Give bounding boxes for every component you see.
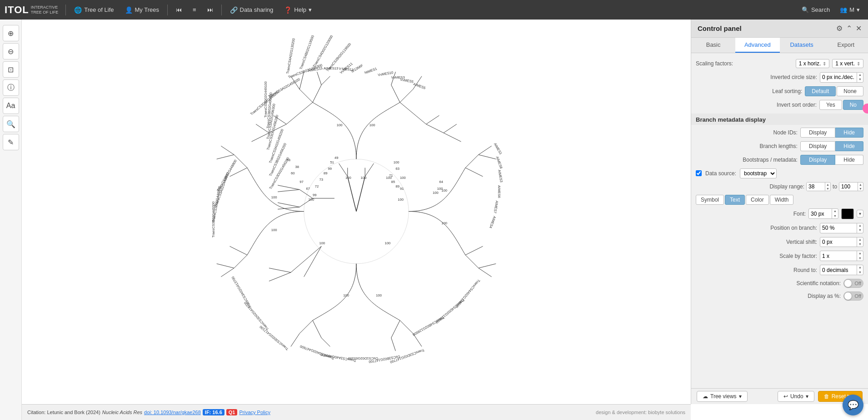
font-color-arrow[interactable]: ▾: [857, 210, 863, 217]
tree-svg: TraesCS4A02G130200 TraesCS4B02G119500 Tr…: [22, 20, 691, 404]
font-field[interactable]: [809, 210, 832, 218]
citation-privacy[interactable]: Privacy Policy: [239, 410, 270, 415]
cp-close-icon[interactable]: ✕: [856, 24, 862, 33]
scaling-vert-input[interactable]: 1 x vert. ⇕: [832, 59, 863, 68]
inverted-circle-up[interactable]: ▲: [857, 73, 863, 77]
data-source-checkbox[interactable]: [696, 170, 702, 176]
vertical-shift-field[interactable]: [820, 238, 857, 246]
round-to-input[interactable]: ▲ ▼: [820, 265, 863, 275]
range-from-down[interactable]: ▼: [825, 187, 830, 191]
sub-tab-color[interactable]: Color: [746, 195, 769, 205]
range-to-up[interactable]: ▲: [858, 183, 863, 187]
range-to-input[interactable]: ▲ ▼: [839, 182, 863, 191]
scale-factor-arrows[interactable]: ▲ ▼: [857, 251, 863, 261]
citation-doi[interactable]: doi: 10.1093/nar/gkae268: [144, 410, 201, 415]
undo-button[interactable]: ↩ Undo ▾: [778, 391, 814, 402]
tab-datasets[interactable]: Datasets: [780, 38, 824, 53]
bootstraps-display[interactable]: Display: [800, 155, 835, 165]
nav-tree-of-life[interactable]: 🌐 Tree of Life: [70, 5, 118, 15]
nav-user[interactable]: 👥 M ▾: [836, 5, 863, 15]
sub-tab-width[interactable]: Width: [770, 195, 794, 205]
vertical-shift-arrows[interactable]: ▲ ▼: [857, 237, 863, 247]
branch-lengths-hide[interactable]: Hide: [835, 141, 863, 151]
nav-list-button[interactable]: ≡: [188, 5, 201, 15]
vertical-shift-input[interactable]: ▲ ▼: [820, 237, 863, 247]
display-percent-track[interactable]: Off: [843, 292, 863, 301]
help-dropdown-icon: ▾: [309, 6, 312, 13]
nav-last-button[interactable]: ⏭: [203, 5, 218, 15]
node-ids-display[interactable]: Display: [800, 128, 835, 138]
range-from-field[interactable]: [807, 183, 825, 191]
scale-factor-down[interactable]: ▼: [857, 256, 863, 261]
tree-views-icon: ☁: [703, 393, 708, 400]
scaling-horiz-input[interactable]: 1 x horiz. ⇕: [796, 59, 830, 68]
round-to-down[interactable]: ▼: [857, 270, 863, 275]
nav-data-sharing[interactable]: 🔗 Data sharing: [225, 5, 278, 15]
search-tree-button[interactable]: 🔍: [3, 116, 19, 132]
range-from-arrows[interactable]: ▲ ▼: [825, 183, 830, 191]
scale-factor-input[interactable]: ▲ ▼: [820, 251, 863, 261]
round-to-arrows[interactable]: ▲ ▼: [857, 265, 863, 275]
invert-sort-no[interactable]: No: [843, 100, 863, 110]
nav-first-button[interactable]: ⏮: [171, 5, 186, 15]
leaf-sorting-none[interactable]: None: [837, 86, 863, 96]
display-percent-toggle[interactable]: Off: [843, 292, 863, 301]
nav-help[interactable]: ❓ Help ▾: [279, 5, 316, 15]
invert-sort-yes[interactable]: Yes: [819, 100, 842, 110]
range-to-arrows[interactable]: ▲ ▼: [858, 183, 863, 191]
cp-settings-icon[interactable]: ⚙: [836, 24, 843, 33]
tab-export[interactable]: Export: [824, 38, 868, 53]
chat-bubble[interactable]: 💬: [843, 395, 863, 415]
position-up[interactable]: ▲: [857, 223, 863, 228]
font-color-swatch[interactable]: [841, 208, 854, 219]
font-up[interactable]: ▲: [832, 209, 838, 213]
vertical-shift-up[interactable]: ▲: [857, 237, 863, 242]
edit-button[interactable]: ✎: [3, 134, 19, 150]
inverted-circle-down[interactable]: ▼: [857, 77, 863, 82]
tree-views-button[interactable]: ☁ Tree views ▾: [697, 391, 748, 402]
position-arrows[interactable]: ▲ ▼: [857, 223, 863, 233]
range-to-down[interactable]: ▼: [858, 187, 863, 191]
scaling-vert-arrows[interactable]: ⇕: [857, 61, 860, 66]
cp-collapse-icon[interactable]: ⌃: [846, 24, 852, 33]
fit-button[interactable]: ⊡: [3, 61, 19, 78]
font-down[interactable]: ▼: [832, 214, 838, 218]
leaf-sorting-default[interactable]: Default: [805, 86, 836, 96]
range-from-input[interactable]: ▲ ▼: [806, 182, 831, 191]
range-to-field[interactable]: [839, 183, 858, 191]
info-button[interactable]: ⓘ: [3, 79, 19, 96]
nav-my-trees[interactable]: 👤 My Trees: [120, 5, 164, 15]
scientific-notation-track[interactable]: Off: [843, 279, 863, 288]
data-source-select[interactable]: bootstrap: [740, 168, 777, 178]
position-field[interactable]: [820, 224, 857, 232]
scientific-notation-toggle[interactable]: Off: [843, 279, 863, 288]
scale-factor-field[interactable]: [820, 252, 857, 260]
logo[interactable]: ITOL INTERACTIVE TREE OF LIFE: [5, 4, 58, 16]
vertical-shift-down[interactable]: ▼: [857, 242, 863, 247]
range-from-up[interactable]: ▲: [825, 183, 830, 187]
inverted-circle-field[interactable]: [820, 73, 857, 81]
sub-tab-text[interactable]: Text: [725, 195, 745, 205]
tab-advanced[interactable]: Advanced: [735, 38, 779, 53]
nav-search[interactable]: 🔍 Search: [797, 5, 834, 15]
bootstraps-hide[interactable]: Hide: [835, 155, 863, 165]
zoom-in-button[interactable]: ⊕: [3, 25, 19, 41]
position-down[interactable]: ▼: [857, 228, 863, 232]
display-range-content: Display range: ▲ ▼ to ▲ ▼: [696, 182, 863, 191]
user-dropdown-icon: ▾: [857, 6, 860, 13]
round-to-field[interactable]: [820, 266, 857, 274]
tab-basic[interactable]: Basic: [691, 38, 735, 53]
font-arrows[interactable]: ▲ ▼: [832, 209, 838, 218]
font-input[interactable]: ▲ ▼: [808, 208, 838, 219]
round-to-up[interactable]: ▲: [857, 265, 863, 270]
scale-factor-up[interactable]: ▲: [857, 251, 863, 256]
scaling-horiz-arrows[interactable]: ⇕: [823, 61, 826, 66]
font-button[interactable]: Aa: [3, 98, 19, 114]
node-ids-hide[interactable]: Hide: [835, 128, 863, 138]
position-input[interactable]: ▲ ▼: [820, 223, 863, 233]
branch-lengths-display[interactable]: Display: [800, 141, 835, 151]
inverted-circle-arrows[interactable]: ▲ ▼: [857, 73, 863, 82]
zoom-out-button[interactable]: ⊖: [3, 43, 19, 59]
sub-tab-symbol[interactable]: Symbol: [696, 195, 724, 205]
inverted-circle-input[interactable]: ▲ ▼: [820, 72, 863, 83]
